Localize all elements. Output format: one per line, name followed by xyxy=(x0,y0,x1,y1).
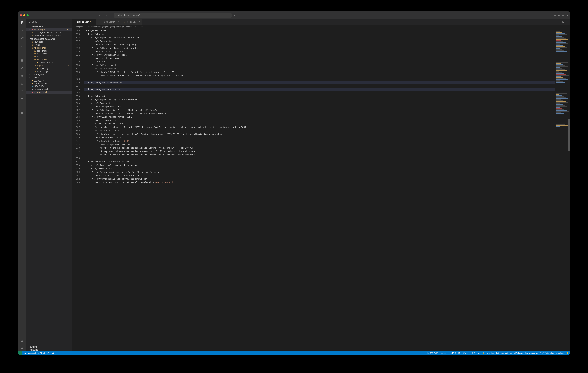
explorer-icon[interactable]: ⎘ xyxy=(18,21,26,25)
code-line[interactable]: "k-key">FunctionName: login xyxy=(84,53,555,57)
explorer-more-icon[interactable]: ⋯ xyxy=(67,21,69,23)
code-line[interactable]: "k-key">Type: AWS::Lambda::Permission xyxy=(84,163,555,167)
code-line[interactable]: "k-key">Runtime: python3.11 xyxy=(84,50,555,53)
more-actions-icon[interactable]: ⋯ xyxy=(566,21,568,23)
code-line[interactable]: "k-key">Type: AWS_PROXY xyxy=(84,122,555,125)
minimize-window[interactable] xyxy=(23,14,25,16)
remote-explorer-icon[interactable]: ▣ xyxy=(20,58,24,62)
file-item[interactable]: ●confirm_user.py1 xyxy=(26,61,72,64)
lock-icon[interactable]: 🔒 xyxy=(482,352,484,354)
accounts-icon[interactable]: ◉ xyxy=(20,339,24,343)
folder-item[interactable]: ›🗀resize_image xyxy=(26,70,72,73)
code-line[interactable]: "k-key">IntegrationHttpMethod: POST "k-c… xyxy=(84,125,555,129)
code-line[interactable]: "k-key">Environment: xyxy=(84,63,555,67)
folder-item[interactable]: ›🗀hello_world xyxy=(26,73,72,76)
encoding-status[interactable]: UTF-8 xyxy=(451,352,456,354)
file-item[interactable]: ●.python-version xyxy=(26,82,72,85)
code-line[interactable]: "k-key">SourceAccount: "k-ref">!Ref "k-r… xyxy=(84,181,555,184)
file-item[interactable]: ●README.md xyxy=(26,85,72,88)
testing-icon[interactable]: ⚗ xyxy=(20,66,24,70)
remote-indicator[interactable]: ⎇ xyxy=(18,351,22,355)
code-line[interactable]: "k-key">Architectures: xyxy=(84,57,555,60)
editor-tab[interactable]: ●register.py1× xyxy=(121,19,142,25)
code-line[interactable]: "k-key">Login: xyxy=(84,32,555,36)
code-line[interactable]: "k-key">Variables: xyxy=(84,67,555,70)
schema-status[interactable]: https://raw.githubusercontent.com/yannh/… xyxy=(487,352,564,354)
eol-status[interactable]: LF xyxy=(458,352,460,354)
close-icon[interactable]: × xyxy=(139,21,140,23)
breadcrumb-item[interactable]: {} Properties xyxy=(110,26,120,28)
settings-icon[interactable]: ⚙ xyxy=(20,346,24,350)
code-line[interactable]: "k-key">CLIENT_ID: "k-ref">!Ref "k-ref-v… xyxy=(84,70,555,74)
panel-bottom-icon[interactable]: ⬓ xyxy=(562,14,564,17)
close-icon[interactable]: × xyxy=(118,21,119,23)
minimap[interactable] xyxy=(555,28,570,351)
code-line[interactable]: "k-key">LoginApiOptions: ⋯ xyxy=(84,88,555,91)
golive-status[interactable]: ⦿ Go Live xyxy=(471,352,480,354)
panel-left-icon[interactable]: ◧ xyxy=(558,14,560,17)
code-line[interactable]: "k-key">ResponseParameters: xyxy=(84,143,555,146)
code-line[interactable]: "k-key">method.response.header.Access-Co… xyxy=(84,150,555,153)
code-line[interactable]: "k-key">Properties: xyxy=(84,167,555,170)
folder-item[interactable]: ›🗀events xyxy=(26,43,72,46)
run-debug-icon[interactable]: ▷ xyxy=(20,43,24,47)
code-line[interactable]: "k-key">CLIENT_SECRET: "k-ref">!Ref "k-r… xyxy=(84,74,555,77)
close-icon[interactable]: × xyxy=(29,29,30,31)
code-line[interactable]: "k-key">MethodResponses: xyxy=(84,136,555,139)
file-item[interactable]: ●register.py1 xyxy=(26,67,72,70)
command-center[interactable]: ⌕ fcj-book-store-sam-ws3 xyxy=(114,13,232,18)
close-window[interactable] xyxy=(20,14,22,16)
launchpad-status[interactable]: ◉ Launchpad xyxy=(24,352,36,354)
breadcrumb-item[interactable]: template.yaml xyxy=(76,26,87,28)
timeline-header[interactable]: › TIMELINE xyxy=(26,348,72,351)
aws-icon[interactable]: △ xyxy=(20,81,24,85)
nav-back-icon[interactable]: ← xyxy=(99,14,101,17)
code-editor[interactable]: "k-key">Resources: "k-key">Login: "k-key… xyxy=(84,28,555,351)
project-header[interactable]: ⌄ FCJ-BOOK-STORE-SAM-WS3 xyxy=(26,38,72,41)
code-line[interactable]: "k-key">HttpMethod: POST xyxy=(84,105,555,108)
code-line[interactable]: "k-key">Type: AWS::Serverless::Function xyxy=(84,36,555,39)
ports-status[interactable]: ⟲ 0 xyxy=(51,352,54,354)
code-line[interactable]: "k-key">Properties: xyxy=(84,101,555,105)
indentation-status[interactable]: Spaces: 2 xyxy=(440,352,448,354)
code-line[interactable]: "k-key">method.response.header.Access-Co… xyxy=(84,153,555,156)
folder-item[interactable]: ›🗀.aws-sam xyxy=(26,41,72,43)
gitlens-icon[interactable]: ◎ xyxy=(20,89,24,93)
cursor-position[interactable]: Ln 628, Col 1 xyxy=(427,352,438,354)
code-line[interactable]: "k-key">Uri: !Sub >- xyxy=(84,129,555,132)
file-item[interactable]: ●__init__.py xyxy=(26,79,72,82)
code-line[interactable]: "k-key">Action: lambda:InvokeFunction xyxy=(84,174,555,177)
open-editor-item[interactable]: ×●template.yaml9+ xyxy=(26,28,72,31)
breadcrumb-item[interactable]: {} Resources xyxy=(89,26,100,28)
nav-forward-icon[interactable]: → xyxy=(105,14,107,17)
todo-icon[interactable]: ✓ xyxy=(20,104,24,108)
code-line[interactable]: "k-key">CodeUri: fcj-book-shop/login xyxy=(84,43,555,46)
copilot-icon[interactable]: ⊞ xyxy=(234,14,236,16)
search-activity-icon[interactable]: ⌕ xyxy=(20,28,24,32)
minimap-thumb[interactable] xyxy=(568,119,570,151)
code-line[interactable]: "k-key">arn:aws:apigateway:${AWS::Region… xyxy=(84,132,555,136)
breadcrumb-item[interactable]: {} Variables xyxy=(135,26,144,28)
open-editor-item[interactable]: ●register.pyfcj-book-shop/register1 xyxy=(26,34,72,37)
code-line[interactable]: "k-key">LoginApiInvokePermission: xyxy=(84,160,555,163)
code-line[interactable]: "k-key">Resources: xyxy=(84,29,555,32)
file-item[interactable]: ●samconfig.toml xyxy=(26,88,72,91)
code-line[interactable]: "k-key">method.response.header.Access-Co… xyxy=(84,146,555,150)
code-line[interactable]: - "k-key">StatusCode: "200" xyxy=(84,139,555,143)
problems-status[interactable]: ⊘ 97 △ 2 ⓘ 3 xyxy=(38,352,49,354)
cloud-icon[interactable]: ☁ xyxy=(20,96,24,100)
code-line[interactable]: "k-key">Type: AWS::ApiGateway::Method xyxy=(84,98,555,101)
code-line[interactable]: "k-key">AuthorizationType: NONE xyxy=(84,115,555,119)
code-line[interactable] xyxy=(84,77,555,81)
docker-icon[interactable]: ◈ xyxy=(20,73,24,77)
panel-right-icon[interactable]: ◨ xyxy=(566,14,568,17)
notifications-icon[interactable]: 🔔 xyxy=(566,352,569,354)
compare-icon[interactable]: ▣ xyxy=(562,21,564,23)
code-line[interactable]: "k-key">Integration: xyxy=(84,119,555,122)
code-line[interactable] xyxy=(84,91,555,94)
folder-item[interactable]: ›🗀book_delete xyxy=(26,52,72,55)
folder-item[interactable]: ›🗀books_list xyxy=(26,55,72,58)
code-line[interactable]: "k-key">LoginApi: xyxy=(84,94,555,98)
breadcrumb-item[interactable]: {} Login xyxy=(102,26,108,28)
code-line[interactable]: "k-key">ResourceId: "k-ref">!Ref "k-ref-… xyxy=(84,112,555,115)
